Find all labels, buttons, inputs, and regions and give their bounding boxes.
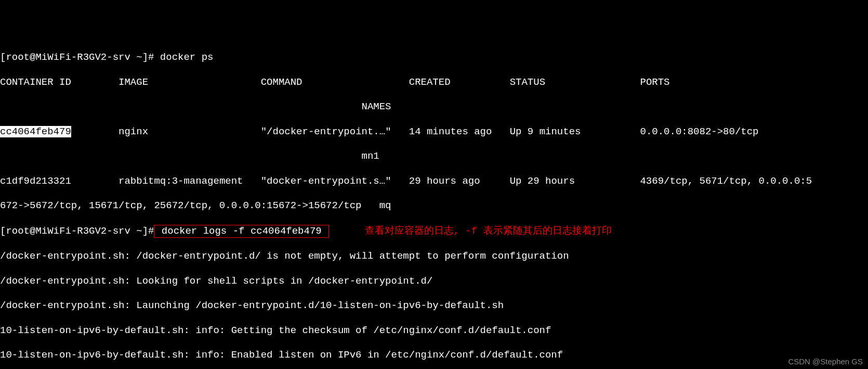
row1-image: nginx	[119, 126, 148, 137]
row1-command: "/docker-entrypoint.…"	[261, 126, 391, 137]
row2-command: "docker-entrypoint.s…"	[261, 175, 391, 187]
command-docker-logs: docker logs -f cc4064feb479	[155, 225, 327, 237]
hdr-names: NAMES	[362, 101, 391, 112]
log-line: 10-listen-on-ipv6-by-default.sh: info: G…	[0, 325, 868, 337]
log-line: 10-listen-on-ipv6-by-default.sh: info: E…	[0, 349, 868, 362]
shell-prompt: [root@MiWiFi-R3GV2-srv ~]#	[0, 52, 160, 63]
row1-names: mn1	[362, 150, 379, 162]
log-line: /docker-entrypoint.sh: /docker-entrypoin…	[0, 250, 868, 263]
row2-ports-1: 4369/tcp, 5671/tcp, 0.0.0.0:5	[640, 175, 812, 187]
table-row-wrap: 672->5672/tcp, 15671/tcp, 25672/tcp, 0.0…	[0, 200, 868, 212]
command-docker-ps: docker ps	[160, 52, 214, 63]
row2-status: Up 29 hours	[510, 175, 575, 187]
table-row: cc4064feb479 nginx "/docker-entrypoint.……	[0, 126, 868, 138]
hdr-command: COMMAND	[261, 77, 303, 88]
row2-image: rabbitmq:3-management	[119, 175, 243, 187]
table-header-line: CONTAINER ID IMAGE COMMAND CREATED STATU…	[0, 77, 868, 89]
command-docker-logs-boxed: docker logs -f cc4064feb479	[154, 225, 329, 238]
prompt-line-2[interactable]: [root@MiWiFi-R3GV2-srv ~]# docker logs -…	[0, 225, 868, 238]
table-row: c1df9d213321 rabbitmq:3-management "dock…	[0, 175, 868, 188]
table-header-line-2: NAMES	[0, 101, 868, 113]
prompt-line-1[interactable]: [root@MiWiFi-R3GV2-srv ~]# docker ps	[0, 52, 868, 64]
hdr-container-id: CONTAINER ID	[0, 77, 71, 88]
row2-ports-wrap: 672->5672/tcp, 15671/tcp, 25672/tcp, 0.0…	[0, 200, 391, 211]
row1-ports: 0.0.0.0:8082->80/tcp	[640, 126, 758, 137]
shell-prompt: [root@MiWiFi-R3GV2-srv ~]#	[0, 225, 154, 237]
row1-created: 14 minutes ago	[409, 126, 492, 137]
hdr-image: IMAGE	[119, 77, 148, 88]
log-line: /docker-entrypoint.sh: Looking for shell…	[0, 275, 868, 288]
row2-created: 29 hours ago	[409, 175, 480, 187]
log-line: /docker-entrypoint.sh: Launching /docker…	[0, 300, 868, 312]
hdr-status: STATUS	[510, 77, 545, 88]
hdr-ports: PORTS	[640, 77, 669, 88]
table-row-names-1: mn1	[0, 150, 868, 163]
row1-status: Up 9 minutes	[510, 126, 581, 137]
row2-id: c1df9d213321	[0, 175, 71, 187]
annotation-text: 查看对应容器的日志, -f 表示紧随其后的日志接着打印	[365, 225, 612, 237]
watermark: CSDN @Stephen GS	[788, 357, 863, 367]
hdr-created: CREATED	[409, 77, 451, 88]
container-id-highlighted[interactable]: cc4064feb479	[0, 126, 71, 137]
